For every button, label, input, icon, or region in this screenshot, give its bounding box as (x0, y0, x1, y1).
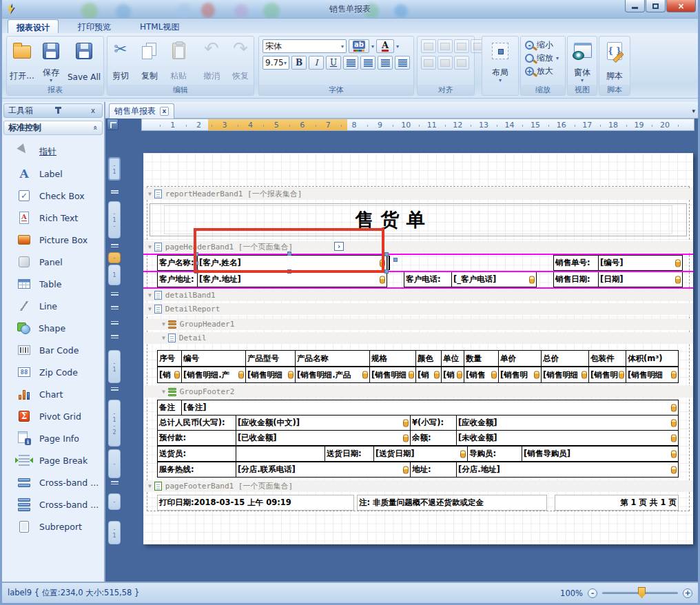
footer-note-label[interactable]: 注: 非质量问题概不退还货款或定金 (357, 495, 547, 511)
toolbox-item-checkbox[interactable]: Check Box (6, 186, 101, 205)
align-center-button[interactable] (360, 56, 375, 70)
footer-row-hotline[interactable]: 服务热线: [分店.联系电话] 地址: [分店.地址] (157, 462, 679, 478)
footer-row-prepaid[interactable]: 预付款: [已收金额] 余额: [未收金额] (157, 430, 679, 446)
toolbox-item-pointer[interactable]: 指针 (6, 142, 101, 161)
deliverer-label[interactable]: 送货员: (158, 447, 236, 461)
deliverer-value-empty[interactable] (236, 447, 325, 461)
band-collapse-icon[interactable]: ▼ (148, 244, 152, 250)
toolbox-item-picturebox[interactable]: Picture Box (6, 230, 101, 249)
form-view-dropdown-icon[interactable]: ▾ (581, 79, 584, 82)
font-name-combobox[interactable]: 宋体 ▾ (262, 39, 347, 53)
toolbox-header[interactable]: 工具箱 x (3, 103, 103, 118)
cut-button[interactable]: ✂ 剪切 (107, 39, 134, 83)
toolbox-item-label[interactable]: Label (6, 164, 101, 183)
band-strip-group-header[interactable]: ▼ GroupHeader1 (143, 318, 693, 330)
table-header-cell[interactable]: 产品型号 (246, 351, 296, 366)
close-button[interactable]: × (666, 0, 696, 12)
underline-button[interactable]: U (326, 56, 341, 70)
band-resize-grip[interactable] (111, 292, 119, 297)
band-strip-detail-band[interactable]: ▼ detailBand1 (143, 289, 693, 301)
band-collapse-icon[interactable]: ▼ (148, 483, 152, 489)
align-lefts-button[interactable] (438, 39, 453, 53)
toolbox-close-icon[interactable]: x (88, 107, 98, 114)
zoom-button[interactable]: 缩放 ▾ (521, 52, 565, 65)
font-size-combobox[interactable]: 9.75 ▾ (262, 56, 289, 70)
highlight-dropdown-icon[interactable]: ▾ (371, 45, 374, 48)
band-strip-group-footer[interactable]: ▼ GroupFooter2 (143, 386, 693, 398)
align-right-button[interactable] (378, 56, 393, 70)
align-middles-button[interactable] (438, 56, 453, 70)
font-color-dropdown-icon[interactable]: ▾ (396, 45, 399, 48)
tab-overflow-icon[interactable]: ▾ (692, 107, 695, 114)
band-strip-page-footer[interactable]: ▼ pageFooterBand1 [一个页面集合] (143, 480, 693, 492)
minimize-button[interactable] (625, 0, 645, 12)
tab-html-view[interactable]: HTML视图 (132, 19, 187, 33)
toolbox-item-table[interactable]: Table (6, 274, 101, 294)
band-strip-detail-report[interactable]: ▼ DetailReport (143, 303, 693, 315)
layout-dropdown-icon[interactable]: ▾ (499, 79, 502, 82)
address-value[interactable]: [分店.地址] (457, 462, 678, 477)
band-resize-grip[interactable] (111, 321, 119, 326)
ruler-corner-button[interactable] (107, 119, 119, 130)
font-name-dropdown-icon[interactable]: ▾ (341, 45, 344, 48)
zoom-in-button[interactable]: + 放大 (521, 65, 565, 78)
table-value-cell[interactable]: [销 (442, 367, 464, 382)
delivery-date-label[interactable]: 送货日期: (325, 447, 374, 461)
table-value-cell[interactable]: [销售明细.产品 (296, 367, 370, 382)
open-button[interactable]: 打开... (8, 39, 36, 83)
band-collapse-icon[interactable]: ▼ (162, 335, 165, 341)
detail-table-data-row[interactable]: [销 [销售明细.产 [销售明细 [销售明细.产品 [销售明细 [销 [销 [销… (157, 367, 679, 383)
table-header-cell[interactable]: 规格 (370, 351, 416, 366)
selection-handle[interactable] (194, 269, 198, 274)
table-value-cell[interactable]: [销售明细 (626, 367, 678, 382)
undo-button[interactable]: ↶ 撤消 (198, 39, 225, 83)
field-label-sale-date[interactable]: 销售日期: (553, 271, 599, 287)
zoom-in-slider-button[interactable]: + (683, 588, 692, 598)
font-size-dropdown-icon[interactable]: ▾ (284, 61, 287, 65)
table-value-cell[interactable]: [销 (416, 367, 442, 382)
toolbox-item-zipcode[interactable]: Zip Code (6, 362, 101, 382)
prepaid-label[interactable]: 预付款: (158, 431, 236, 445)
toolbox-item-shape[interactable]: Shape (6, 318, 101, 338)
pin-icon[interactable] (57, 107, 59, 114)
band-collapse-icon[interactable]: ▼ (148, 191, 152, 197)
design-canvas[interactable]: -1 -1- - 1 -1 -1-2 - - -1 ▼ reportHeader… (105, 131, 698, 582)
table-header-cell[interactable]: 包装件 (589, 351, 626, 366)
report-page[interactable]: ▼ reportHeaderBand1 [一个报表集合] 售货单 ▼ pageH… (143, 153, 693, 544)
field-value-customer-address[interactable]: [客户.地址] (197, 271, 387, 287)
amount-small-label[interactable]: ¥(小写): (411, 416, 457, 430)
band-resize-grip[interactable] (111, 335, 119, 340)
save-button[interactable]: 保存 ▾ (37, 39, 65, 83)
script-button[interactable]: { } 脚本 (601, 39, 628, 83)
save-dropdown-icon[interactable]: ▾ (50, 79, 52, 82)
paste-button[interactable]: 粘贴 (165, 39, 192, 83)
selection-handle[interactable] (287, 269, 291, 274)
align-justify-button[interactable] (395, 56, 410, 70)
bold-button[interactable]: B (291, 56, 307, 70)
selection-handle[interactable] (393, 258, 398, 262)
band-resize-grip[interactable] (111, 190, 119, 195)
field-value-order-number[interactable]: [编号] (598, 255, 683, 271)
zoom-out-button[interactable]: - 缩小 (521, 39, 565, 52)
align-centers-button[interactable] (454, 39, 469, 53)
align-tops-button[interactable] (421, 56, 436, 70)
table-header-cell[interactable]: 产品名称 (296, 351, 370, 366)
title-bar[interactable]: 销售单报表 × (0, 0, 700, 19)
remark-value[interactable]: [备注] (182, 400, 678, 415)
band-resize-grip[interactable] (111, 481, 119, 486)
document-tab[interactable]: 销售单报表 x (109, 103, 174, 119)
balance-label[interactable]: 余额: (411, 431, 457, 445)
toolbox-item-crossband-box[interactable]: Cross-band ... (6, 495, 101, 514)
table-header-cell[interactable]: 数量 (464, 351, 499, 366)
toolbox-item-pagebreak[interactable]: Page Break (6, 451, 101, 470)
band-strip-report-header[interactable]: ▼ reportHeaderBand1 [一个报表集合] (143, 188, 693, 200)
band-resize-grip[interactable] (111, 387, 119, 392)
field-label-customer-address[interactable]: 客户地址: (157, 271, 198, 287)
table-value-cell[interactable]: [销售明 (499, 367, 542, 382)
band-strip-page-header[interactable]: ▼ pageHeaderBand1 [一个页面集合] (143, 241, 693, 253)
toolbox-item-barcode[interactable]: Bar Code (6, 340, 101, 360)
form-view-button[interactable]: 窗体 ▾ (570, 39, 595, 83)
band-collapse-icon[interactable]: ▼ (162, 321, 165, 327)
save-all-button[interactable]: Save All (66, 39, 102, 83)
footer-row-total[interactable]: 总计人民币(大写): [应收金额(中文)] ¥(小写): [应收金额] (157, 415, 679, 431)
